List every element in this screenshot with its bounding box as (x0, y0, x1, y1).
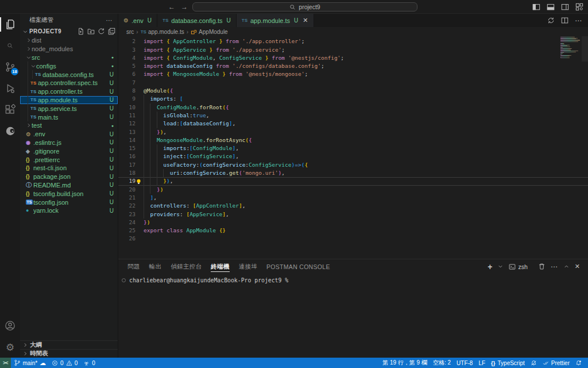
status-language-mode[interactable]: {}TypeScript (488, 358, 528, 368)
code-line-22[interactable]: 22 controllers: [AppController], (118, 202, 588, 210)
sidebar-section-大綱[interactable]: 大綱 (20, 340, 118, 349)
code-line-21[interactable]: 21 ], (118, 194, 588, 202)
panel-tab-問題[interactable]: 問題 (123, 259, 145, 274)
tree-item-app.controller.spec.ts[interactable]: TSapp.controller.spec.tsU (20, 79, 118, 87)
panel-tab-終端機[interactable]: 終端機 (206, 259, 234, 274)
activity-run-debug-icon[interactable] (0, 78, 20, 99)
editor-tab-.env[interactable]: ⚙.envU (118, 14, 157, 27)
ellipsis-icon[interactable]: ⋯ (106, 17, 113, 24)
status-problems[interactable]: 00 (49, 358, 80, 368)
code-line-20[interactable]: 20 }) (118, 186, 588, 194)
tree-item-tsconfig.json[interactable]: TStsconfig.jsonU (20, 198, 118, 206)
layout-sidebar-right-icon[interactable] (561, 3, 569, 11)
status-git-branch[interactable]: main*☁ (11, 358, 49, 368)
lightbulb-icon[interactable] (136, 179, 141, 185)
activity-postman-icon[interactable] (0, 120, 20, 141)
activity-files-icon[interactable] (0, 14, 20, 35)
code-line-12[interactable]: 12 load:[databaseConfig], (118, 120, 588, 128)
breadcrumb-item-app.module.ts[interactable]: TSapp.module.ts (141, 29, 184, 35)
code-line-7[interactable]: 7 (118, 79, 588, 87)
chevron-down-icon[interactable] (497, 263, 504, 270)
refresh-icon[interactable] (98, 28, 105, 35)
compare-changes-icon[interactable] (547, 17, 555, 24)
code-line-15[interactable]: 15 imports:[ConfigModule], (118, 144, 588, 152)
tree-item-main.ts[interactable]: TSmain.tsU (20, 113, 118, 121)
tree-item-.gitignore[interactable]: ◆.gitignoreU (20, 147, 118, 155)
ellipsis-icon[interactable]: ⋯ (551, 263, 558, 271)
arrow-right-icon[interactable]: → (181, 3, 188, 11)
code-line-2[interactable]: 2import { AppController } from './app.co… (118, 37, 588, 45)
code-line-11[interactable]: 11 isGlobal:true, (118, 112, 588, 120)
command-center[interactable]: project9 (192, 2, 417, 12)
layout-customize-icon[interactable] (575, 3, 583, 11)
terminal[interactable]: charliebear@huangkaijundeMacBook-Pro pro… (118, 274, 588, 358)
code-line-8[interactable]: 8@Module({ (118, 87, 588, 95)
tree-item-.prettierrc[interactable]: {}.prettierrcU (20, 155, 118, 164)
code-line-10[interactable]: 10 ConfigModule.forRoot({ (118, 103, 588, 112)
code-line-3[interactable]: 3import { AppService } from './app.servi… (118, 46, 588, 54)
editor-tab-app.module.ts[interactable]: TSapp.module.tsU✕ (237, 14, 314, 27)
code-editor[interactable]: 1import { Module } from '@nestjs/common'… (118, 36, 588, 259)
activity-settings-gear-icon[interactable]: ⚙ (0, 336, 20, 358)
minimap[interactable] (560, 37, 581, 59)
tree-item-README.md[interactable]: ⓘREADME.mdU (20, 181, 118, 190)
tree-item-database.config.ts[interactable]: TSdatabase.config.tsU (20, 70, 118, 79)
panel-tab-輸出[interactable]: 輸出 (145, 259, 167, 274)
activity-search-icon[interactable] (0, 35, 20, 56)
breadcrumb-item-src[interactable]: src (126, 29, 134, 35)
ellipsis-icon[interactable]: ⋯ (575, 17, 582, 25)
collapse-all-icon[interactable] (108, 28, 115, 35)
status-indentation[interactable]: 空格: 2 (430, 358, 454, 368)
code-line-25[interactable]: 25export class AppModule {} (118, 227, 588, 235)
status-eol[interactable]: LF (475, 358, 488, 368)
terminal-instance-zsh[interactable]: zsh (509, 263, 527, 270)
tree-item-package.json[interactable]: {}package.jsonU (20, 172, 118, 181)
status-encoding[interactable]: UTF-8 (454, 358, 475, 368)
status-remote-indicator[interactable]: >< (0, 358, 11, 368)
tree-item-dist[interactable]: dist (20, 36, 118, 45)
code-line-6[interactable]: 6import { MongooseModule } from '@nestjs… (118, 70, 588, 78)
close-icon[interactable]: ✕ (575, 263, 580, 270)
code-line-26[interactable]: 26 (118, 235, 588, 243)
panel-tab-偵錯主控台[interactable]: 偵錯主控台 (166, 259, 206, 274)
tree-item-app.module.ts[interactable]: TSapp.module.tsU (20, 96, 118, 105)
code-line-19[interactable]: 19 }), (118, 177, 588, 185)
panel-tab-連接埠[interactable]: 連接埠 (234, 259, 262, 274)
tree-item-app.controller.ts[interactable]: TSapp.controller.tsU (20, 87, 118, 96)
new-folder-icon[interactable] (87, 28, 95, 35)
code-line-16[interactable]: 16 inject:[ConfigService], (118, 152, 588, 160)
breadcrumb-item-AppModule[interactable]: AppModule (191, 29, 228, 35)
editor-tab-database.config.ts[interactable]: TSdatabase.config.tsU (157, 14, 237, 27)
activity-extensions-icon[interactable] (0, 99, 20, 120)
tree-item-test[interactable]: test● (20, 121, 118, 130)
plus-icon[interactable]: + (488, 262, 492, 271)
code-line-17[interactable]: 17 useFactory:(configService:ConfigServi… (118, 161, 588, 169)
tree-item-tsconfig.build.json[interactable]: {}tsconfig.build.jsonU (20, 189, 118, 198)
tree-item-configs[interactable]: configs● (20, 62, 118, 70)
tree-item-.env[interactable]: ⚙.envU (20, 130, 118, 139)
tree-item-app.service.ts[interactable]: TSapp.service.tsU (20, 104, 118, 113)
split-editor-icon[interactable] (561, 17, 568, 24)
status-notifications[interactable] (572, 358, 585, 368)
project-section-header[interactable]: PROJECT9 (20, 26, 118, 36)
activity-source-control-icon[interactable]: 18 (0, 56, 20, 78)
new-file-icon[interactable] (77, 28, 84, 35)
tree-item-src[interactable]: src● (20, 53, 118, 62)
status-formatter[interactable]: Prettier (540, 358, 572, 368)
code-line-13[interactable]: 13 }), (118, 128, 588, 136)
status-notifications-muted[interactable] (528, 358, 540, 368)
code-line-23[interactable]: 23 providers: [AppService], (118, 210, 588, 218)
code-line-18[interactable]: 18 uri:configService.get('mongo.uri'), (118, 169, 588, 177)
status-cursor-position[interactable]: 第 19 行，第 9 欄 (380, 358, 430, 368)
tree-item-node_modules[interactable]: node_modules (20, 45, 118, 53)
trash-icon[interactable] (538, 263, 546, 270)
close-icon[interactable]: ✕ (303, 17, 308, 24)
tree-item-nest-cli.json[interactable]: {}nest-cli.jsonU (20, 164, 118, 172)
activity-account-icon[interactable] (0, 315, 20, 336)
layout-sidebar-left-icon[interactable] (532, 3, 540, 11)
chevron-up-icon[interactable] (563, 263, 570, 270)
code-line-14[interactable]: 14 MongooseModule.forRootAsync({ (118, 136, 588, 144)
status-ports[interactable]: 0 (80, 358, 98, 368)
editor-scrollbar[interactable] (582, 36, 588, 62)
sidebar-section-時間表[interactable]: 時間表 (20, 349, 118, 358)
